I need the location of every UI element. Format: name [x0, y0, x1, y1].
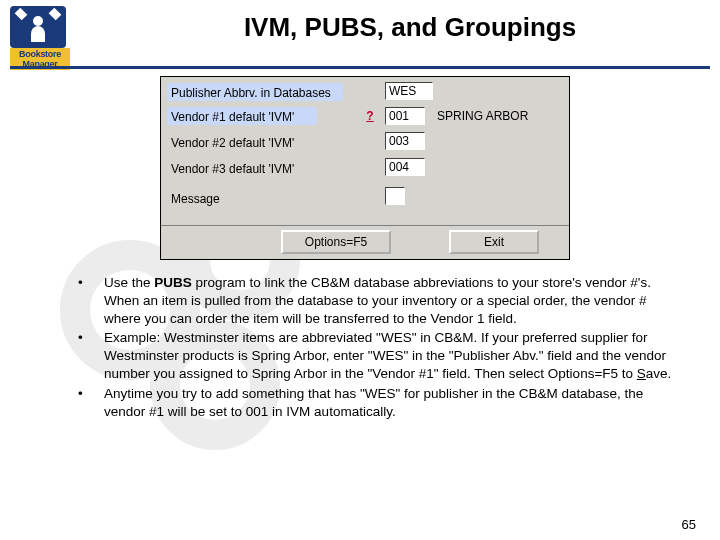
b2-end: ave.	[646, 366, 672, 381]
options-button[interactable]: Options=F5	[281, 230, 391, 254]
input-vendor3[interactable]	[385, 158, 425, 176]
b3-text: Anytime you try to add something that ha…	[104, 385, 680, 421]
bullet-dot: •	[78, 274, 104, 327]
b2-text: Example: Westminster items are abbreviat…	[104, 330, 666, 381]
vendor-name: SPRING ARBOR	[437, 109, 528, 123]
label-vendor2: Vendor #2 default 'IVM'	[171, 136, 294, 150]
page-title: IVM, PUBS, and Groupings	[120, 12, 700, 43]
label-vendor1: Vendor #1 default 'IVM'	[171, 110, 294, 124]
logo-line1: Bookstore	[19, 49, 61, 59]
b1-text-b: PUBS	[154, 275, 192, 290]
label-vendor3: Vendor #3 default 'IVM'	[171, 162, 294, 176]
input-vendor1[interactable]	[385, 107, 425, 125]
input-vendor2[interactable]	[385, 132, 425, 150]
b2-hotkey: S	[637, 366, 646, 381]
bullet-1: • Use the PUBS program to link the CB&M …	[78, 274, 680, 327]
exit-button[interactable]: Exit	[449, 230, 539, 254]
b1-text-a: Use the	[104, 275, 154, 290]
pubs-dialog: Publisher Abbrv. in Databases Vendor #1 …	[160, 76, 570, 260]
label-publisher-abbrv: Publisher Abbrv. in Databases	[171, 86, 331, 100]
label-message: Message	[171, 192, 220, 206]
bullet-2: • Example: Westminster items are abbrevi…	[78, 329, 680, 382]
bullet-dot: •	[78, 385, 104, 421]
help-icon[interactable]: ?	[363, 109, 377, 123]
title-rule	[10, 66, 710, 69]
bullet-dot: •	[78, 329, 104, 382]
logo: BookstoreManager	[10, 6, 70, 66]
bullet-list: • Use the PUBS program to link the CB&M …	[78, 274, 680, 423]
input-publisher-abbrv[interactable]	[385, 82, 433, 100]
page-number: 65	[682, 517, 696, 532]
bullet-3: • Anytime you try to add something that …	[78, 385, 680, 421]
input-message[interactable]	[385, 187, 405, 205]
